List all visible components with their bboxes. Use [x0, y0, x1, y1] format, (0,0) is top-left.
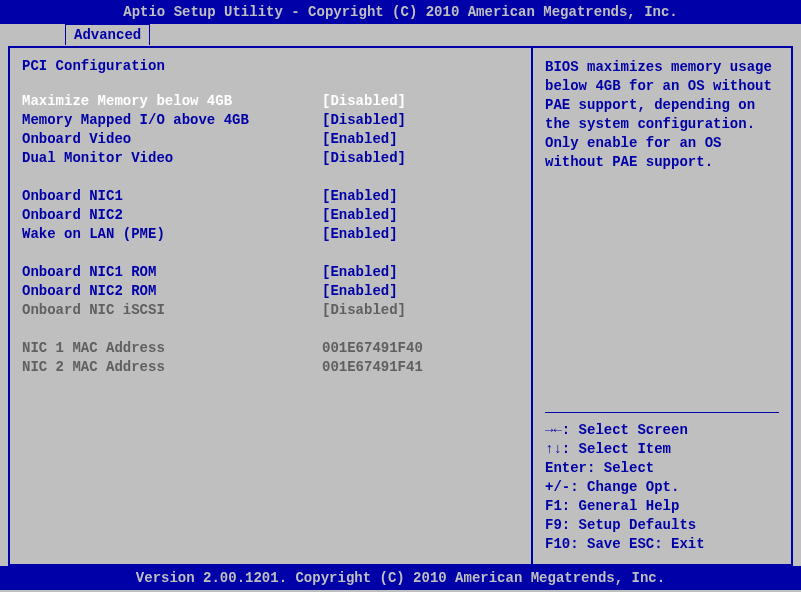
- setting-value: [Enabled]: [322, 206, 398, 225]
- setting-value: [Disabled]: [322, 301, 406, 320]
- spacer: [22, 320, 519, 339]
- setting-label: Onboard NIC iSCSI: [22, 301, 322, 320]
- setting-row: Onboard NIC iSCSI[Disabled]: [22, 301, 519, 320]
- setting-value: [Disabled]: [322, 149, 406, 168]
- setting-row: NIC 1 MAC Address001E67491F40: [22, 339, 519, 358]
- main-container: PCI Configuration Maximize Memory below …: [0, 46, 801, 566]
- setting-row[interactable]: Memory Mapped I/O above 4GB[Disabled]: [22, 111, 519, 130]
- setting-value: [Enabled]: [322, 225, 398, 244]
- setting-value: 001E67491F41: [322, 358, 423, 377]
- setting-row[interactable]: Onboard NIC1[Enabled]: [22, 187, 519, 206]
- header-title: Aptio Setup Utility - Copyright (C) 2010…: [123, 4, 678, 20]
- setting-row[interactable]: Onboard NIC2 ROM[Enabled]: [22, 282, 519, 301]
- setting-label: NIC 1 MAC Address: [22, 339, 322, 358]
- spacer: [22, 244, 519, 263]
- key-help-line: F9: Setup Defaults: [545, 516, 779, 535]
- spacer: [22, 168, 519, 187]
- help-text: BIOS maximizes memory usage below 4GB fo…: [545, 58, 779, 172]
- setting-row[interactable]: Dual Monitor Video[Disabled]: [22, 149, 519, 168]
- settings-list: Maximize Memory below 4GB[Disabled]Memor…: [22, 92, 519, 377]
- setting-label: Dual Monitor Video: [22, 149, 322, 168]
- setting-label: Onboard NIC2 ROM: [22, 282, 322, 301]
- section-title: PCI Configuration: [22, 58, 519, 74]
- tab-bar: Advanced: [0, 24, 801, 46]
- key-help-line: ↑↓: Select Item: [545, 440, 779, 459]
- key-help-section: →←: Select Screen↑↓: Select ItemEnter: S…: [545, 412, 779, 554]
- help-separator: [545, 412, 779, 413]
- setting-row[interactable]: Onboard Video[Enabled]: [22, 130, 519, 149]
- setting-label: Memory Mapped I/O above 4GB: [22, 111, 322, 130]
- setting-value: [Enabled]: [322, 282, 398, 301]
- setting-row[interactable]: Maximize Memory below 4GB[Disabled]: [22, 92, 519, 111]
- tab-advanced[interactable]: Advanced: [65, 24, 150, 45]
- key-help-line: Enter: Select: [545, 459, 779, 478]
- setting-label: Wake on LAN (PME): [22, 225, 322, 244]
- help-panel: BIOS maximizes memory usage below 4GB fo…: [533, 46, 793, 566]
- setting-value: [Enabled]: [322, 187, 398, 206]
- setting-value: [Enabled]: [322, 130, 398, 149]
- footer-text: Version 2.00.1201. Copyright (C) 2010 Am…: [136, 570, 665, 586]
- settings-panel: PCI Configuration Maximize Memory below …: [8, 46, 533, 566]
- setting-value: [Enabled]: [322, 263, 398, 282]
- keys-list: →←: Select Screen↑↓: Select ItemEnter: S…: [545, 421, 779, 554]
- header-bar: Aptio Setup Utility - Copyright (C) 2010…: [0, 0, 801, 24]
- setting-row: NIC 2 MAC Address001E67491F41: [22, 358, 519, 377]
- key-help-line: →←: Select Screen: [545, 421, 779, 440]
- setting-row[interactable]: Wake on LAN (PME)[Enabled]: [22, 225, 519, 244]
- setting-label: NIC 2 MAC Address: [22, 358, 322, 377]
- setting-row[interactable]: Onboard NIC1 ROM[Enabled]: [22, 263, 519, 282]
- setting-value: 001E67491F40: [322, 339, 423, 358]
- key-help-line: F1: General Help: [545, 497, 779, 516]
- key-help-line: F10: Save ESC: Exit: [545, 535, 779, 554]
- setting-label: Onboard NIC1: [22, 187, 322, 206]
- setting-label: Maximize Memory below 4GB: [22, 92, 322, 111]
- setting-label: Onboard NIC1 ROM: [22, 263, 322, 282]
- footer-bar: Version 2.00.1201. Copyright (C) 2010 Am…: [0, 566, 801, 590]
- setting-value: [Disabled]: [322, 111, 406, 130]
- setting-row[interactable]: Onboard NIC2[Enabled]: [22, 206, 519, 225]
- setting-label: Onboard Video: [22, 130, 322, 149]
- key-help-line: +/-: Change Opt.: [545, 478, 779, 497]
- setting-label: Onboard NIC2: [22, 206, 322, 225]
- setting-value: [Disabled]: [322, 92, 406, 111]
